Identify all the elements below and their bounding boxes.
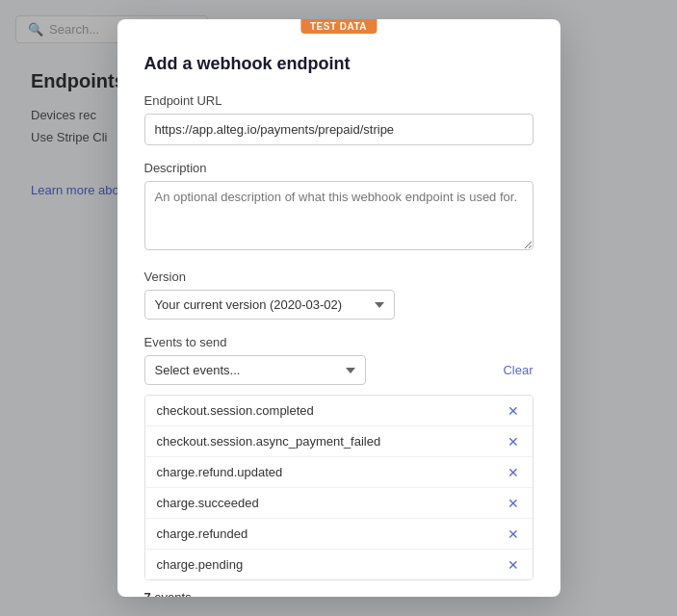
endpoint-url-label: Endpoint URL — [144, 93, 534, 108]
test-data-badge: TEST DATA — [300, 19, 377, 34]
events-count: 7 events — [144, 590, 534, 597]
event-remove-btn[interactable]: ✕ — [506, 404, 521, 418]
event-item: charge.refunded ✕ — [145, 519, 533, 550]
event-name: charge.refunded — [157, 526, 248, 541]
event-item: checkout.session.async_payment_failed ✕ — [145, 426, 533, 457]
version-group: Version Your current version (2020-03-02… — [144, 270, 534, 320]
event-remove-btn[interactable]: ✕ — [506, 466, 521, 479]
event-name: checkout.session.async_payment_failed — [157, 434, 381, 449]
event-remove-btn[interactable]: ✕ — [506, 527, 521, 541]
endpoint-url-input[interactable] — [144, 114, 534, 145]
modal-body: Add a webhook endpoint Endpoint URL Desc… — [117, 19, 560, 597]
modal-title: Add a webhook endpoint — [144, 54, 534, 74]
event-remove-btn[interactable]: ✕ — [506, 435, 521, 449]
events-select[interactable]: Select events... — [144, 355, 366, 385]
events-list: checkout.session.completed ✕ checkout.se… — [144, 395, 534, 580]
event-item: charge.succeeded ✕ — [145, 488, 533, 519]
version-label: Version — [144, 270, 534, 284]
description-label: Description — [144, 161, 534, 175]
event-name: charge.succeeded — [157, 496, 259, 510]
event-remove-btn[interactable]: ✕ — [506, 497, 521, 510]
description-group: Description — [144, 161, 534, 254]
event-name: charge.pending — [157, 557, 244, 572]
events-label: Events to send — [144, 335, 534, 349]
events-row: Select events... Clear — [144, 355, 534, 385]
event-item: charge.pending ✕ — [145, 550, 533, 579]
event-remove-btn[interactable]: ✕ — [506, 558, 521, 572]
events-group: Events to send Select events... Clear ch… — [144, 335, 534, 597]
event-item: checkout.session.completed ✕ — [145, 396, 533, 426]
events-count-suffix: events — [154, 590, 191, 597]
description-textarea[interactable] — [144, 181, 534, 250]
clear-link[interactable]: Clear — [503, 363, 533, 377]
event-item: charge.refund.updated ✕ — [145, 457, 533, 488]
endpoint-url-group: Endpoint URL — [144, 93, 534, 145]
events-count-number: 7 — [144, 590, 151, 597]
version-select[interactable]: Your current version (2020-03-02) — [144, 290, 395, 320]
modal-overlay: TEST DATA Add a webhook endpoint Endpoin… — [0, 0, 677, 616]
event-name: checkout.session.completed — [157, 403, 314, 418]
event-name: charge.refund.updated — [157, 465, 283, 479]
modal-dialog: TEST DATA Add a webhook endpoint Endpoin… — [117, 19, 560, 597]
